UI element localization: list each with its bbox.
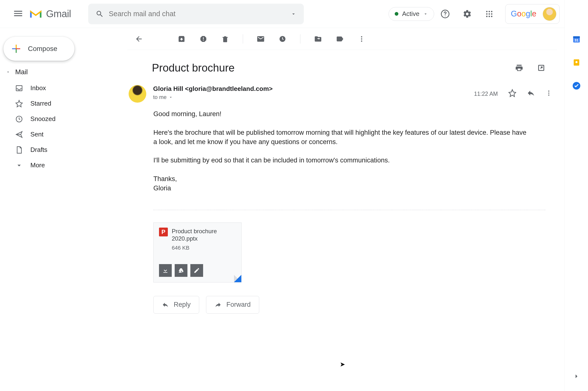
status-dot-icon <box>395 12 398 16</box>
email-toolbar <box>127 28 557 50</box>
settings-icon[interactable] <box>462 9 472 19</box>
email-body: Good morning, Lauren! Here's the brochur… <box>127 105 532 205</box>
svg-point-4 <box>491 11 492 12</box>
nav-label: Snoozed <box>30 115 56 123</box>
inbox-icon <box>15 84 23 92</box>
svg-point-6 <box>489 13 490 15</box>
nav-label: Drafts <box>30 146 47 154</box>
star-icon <box>15 100 23 107</box>
status-label: Active <box>402 10 419 18</box>
svg-point-22 <box>548 91 550 92</box>
mouse-cursor-icon: ➤ <box>340 361 345 368</box>
forward-button[interactable]: Forward <box>206 296 259 314</box>
help-icon[interactable] <box>440 9 450 19</box>
account-avatar[interactable] <box>543 7 556 21</box>
main-menu-icon[interactable] <box>13 8 24 20</box>
search-icon <box>96 10 104 18</box>
message-timestamp: 11:22 AM <box>474 91 498 97</box>
mark-unread-button[interactable] <box>257 35 265 43</box>
download-attachment-button[interactable] <box>159 264 172 277</box>
email-subject: Product brochure <box>152 62 508 74</box>
sender-from: Gloria Hill <gloria@brandtleeland.com> <box>153 85 474 93</box>
svg-point-23 <box>548 93 550 94</box>
archive-button[interactable] <box>177 35 186 43</box>
nav-label: Inbox <box>30 84 46 92</box>
apps-grid-icon[interactable] <box>484 9 494 19</box>
chevron-down-icon <box>169 95 173 99</box>
sidebar-item-inbox[interactable]: Inbox <box>3 80 122 96</box>
nav-label: Sent <box>30 131 44 138</box>
gmail-logo[interactable]: Gmail <box>29 8 71 19</box>
forward-icon <box>215 301 221 308</box>
keep-sidebar-button[interactable] <box>572 58 581 67</box>
sidebar-item-more[interactable]: More <box>3 158 122 173</box>
chevron-down-icon <box>6 70 10 74</box>
svg-point-5 <box>486 13 488 15</box>
nav-label: More <box>30 161 45 169</box>
attachment-card[interactable]: P Product brochure 2020.pptx 646 KB <box>153 222 242 283</box>
attachment-filename: Product brochure 2020.pptx <box>172 228 236 242</box>
plus-icon <box>11 43 21 54</box>
compose-label: Compose <box>28 45 57 53</box>
star-message-button[interactable] <box>508 89 516 99</box>
mail-section-header[interactable]: Mail <box>3 68 122 76</box>
save-to-drive-button[interactable] <box>175 264 188 277</box>
search-options-icon[interactable] <box>291 11 296 17</box>
svg-point-8 <box>486 16 488 17</box>
account-chip[interactable]: Google <box>505 4 560 24</box>
reply-icon-button[interactable] <box>527 89 535 99</box>
recipient-line[interactable]: to me <box>153 94 474 100</box>
svg-point-24 <box>548 95 550 96</box>
svg-point-19 <box>361 38 362 39</box>
delete-button[interactable] <box>221 35 229 43</box>
status-chip[interactable]: Active <box>389 7 434 21</box>
google-logo: Google <box>511 9 538 19</box>
svg-point-10 <box>491 16 492 17</box>
svg-point-1 <box>445 15 445 16</box>
open-new-window-button[interactable] <box>536 63 546 73</box>
reply-icon <box>162 301 169 308</box>
svg-text:31: 31 <box>574 38 579 42</box>
sidebar-item-sent[interactable]: Sent <box>3 127 122 142</box>
snooze-button[interactable] <box>278 35 287 43</box>
svg-rect-14 <box>12 48 16 49</box>
print-button[interactable] <box>514 63 524 73</box>
powerpoint-icon: P <box>159 228 168 236</box>
svg-point-20 <box>361 40 362 42</box>
calendar-sidebar-button[interactable]: 31 <box>572 34 581 44</box>
svg-point-9 <box>489 16 490 17</box>
search-input[interactable] <box>109 10 286 18</box>
svg-rect-13 <box>16 49 17 53</box>
gmail-text: Gmail <box>46 8 71 19</box>
svg-point-7 <box>491 13 492 15</box>
spam-button[interactable] <box>199 35 207 43</box>
attachment-size: 646 KB <box>172 245 236 251</box>
chevron-down-icon <box>423 11 428 16</box>
sidebar-item-starred[interactable]: Starred <box>3 96 122 111</box>
chevron-down-icon <box>15 161 23 169</box>
message-more-button[interactable] <box>545 90 552 98</box>
back-button[interactable] <box>135 35 143 43</box>
svg-point-18 <box>361 36 362 37</box>
svg-rect-12 <box>16 45 17 49</box>
mail-section-label: Mail <box>15 68 28 76</box>
more-button[interactable] <box>357 35 366 43</box>
toolbar-divider <box>243 34 243 44</box>
sidebar-item-drafts[interactable]: Drafts <box>3 142 122 158</box>
reply-button[interactable]: Reply <box>153 296 199 314</box>
search-bar[interactable] <box>88 4 304 24</box>
nav-label: Starred <box>30 100 51 107</box>
labels-button[interactable] <box>336 35 344 43</box>
svg-point-3 <box>489 11 490 12</box>
sidebar-item-snoozed[interactable]: Snoozed <box>3 111 122 127</box>
svg-point-2 <box>486 11 488 12</box>
compose-button[interactable]: Compose <box>3 37 75 61</box>
edit-attachment-button[interactable] <box>190 264 203 277</box>
sender-avatar[interactable] <box>129 85 146 103</box>
svg-point-29 <box>575 61 578 63</box>
move-to-button[interactable] <box>314 35 322 43</box>
tasks-sidebar-button[interactable] <box>572 81 581 91</box>
svg-text:Google: Google <box>511 9 536 18</box>
show-side-panel-button[interactable] <box>572 371 581 381</box>
clock-icon <box>15 115 23 123</box>
